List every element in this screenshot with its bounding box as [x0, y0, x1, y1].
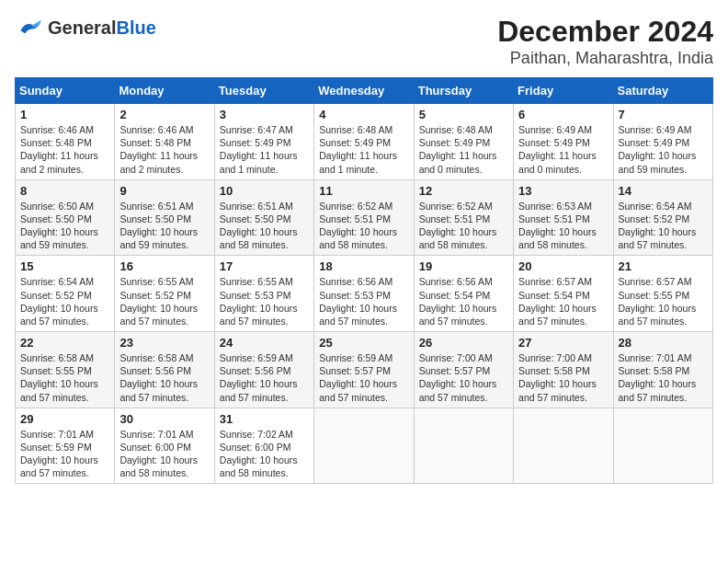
day-number: 17	[220, 259, 309, 273]
day-number: 30	[119, 412, 209, 426]
day-number: 9	[119, 184, 209, 198]
day-number: 14	[619, 184, 708, 198]
calendar-cell: 28Sunrise: 7:01 AMSunset: 5:58 PMDayligh…	[613, 332, 712, 408]
calendar-cell: 23Sunrise: 6:58 AMSunset: 5:56 PMDayligh…	[115, 332, 214, 408]
calendar-week-row: 1Sunrise: 6:46 AMSunset: 5:48 PMDaylight…	[16, 104, 713, 180]
day-detail: Sunrise: 7:01 AMSunset: 5:58 PMDaylight:…	[619, 351, 708, 404]
day-detail: Sunrise: 6:59 AMSunset: 5:57 PMDaylight:…	[319, 351, 408, 404]
col-saturday: Saturday	[613, 78, 712, 104]
calendar-header-row: Sunday Monday Tuesday Wednesday Thursday…	[16, 78, 713, 104]
calendar-cell: 20Sunrise: 6:57 AMSunset: 5:54 PMDayligh…	[514, 256, 613, 332]
day-detail: Sunrise: 7:01 AMSunset: 5:59 PMDaylight:…	[20, 428, 109, 480]
calendar-cell: 17Sunrise: 6:55 AMSunset: 5:53 PMDayligh…	[214, 256, 313, 332]
day-number: 12	[419, 184, 508, 198]
day-number: 19	[419, 259, 508, 273]
day-number: 15	[20, 259, 109, 273]
day-number: 3	[220, 108, 309, 121]
day-detail: Sunrise: 6:52 AMSunset: 5:51 PMDaylight:…	[419, 200, 508, 252]
day-number: 2	[119, 108, 209, 121]
calendar-cell: 18Sunrise: 6:56 AMSunset: 5:53 PMDayligh…	[314, 256, 414, 332]
col-friday: Friday	[514, 78, 613, 104]
calendar-cell: 6Sunrise: 6:49 AMSunset: 5:49 PMDaylight…	[514, 104, 613, 180]
col-wednesday: Wednesday	[314, 78, 414, 104]
day-detail: Sunrise: 6:46 AMSunset: 5:48 PMDaylight:…	[119, 123, 209, 176]
calendar-cell	[314, 408, 414, 484]
day-number: 5	[419, 108, 508, 121]
calendar-cell: 22Sunrise: 6:58 AMSunset: 5:55 PMDayligh…	[16, 332, 115, 408]
calendar-week-row: 8Sunrise: 6:50 AMSunset: 5:50 PMDaylight…	[16, 179, 713, 256]
day-detail: Sunrise: 6:58 AMSunset: 5:56 PMDaylight:…	[119, 351, 209, 404]
page-header: GeneralBlue December 2024 Paithan, Mahar…	[15, 15, 713, 68]
day-detail: Sunrise: 6:48 AMSunset: 5:49 PMDaylight:…	[319, 123, 408, 176]
day-number: 31	[220, 412, 309, 426]
day-detail: Sunrise: 7:02 AMSunset: 6:00 PMDaylight:…	[220, 428, 309, 480]
day-detail: Sunrise: 6:52 AMSunset: 5:51 PMDaylight:…	[319, 200, 408, 252]
day-detail: Sunrise: 6:57 AMSunset: 5:55 PMDaylight:…	[619, 275, 708, 327]
day-number: 7	[619, 108, 708, 121]
day-number: 21	[619, 259, 708, 273]
day-detail: Sunrise: 6:54 AMSunset: 5:52 PMDaylight:…	[20, 275, 109, 327]
calendar-cell: 21Sunrise: 6:57 AMSunset: 5:55 PMDayligh…	[613, 256, 712, 332]
day-number: 23	[119, 336, 209, 350]
day-detail: Sunrise: 7:00 AMSunset: 5:57 PMDaylight:…	[419, 351, 508, 404]
calendar-cell: 12Sunrise: 6:52 AMSunset: 5:51 PMDayligh…	[414, 179, 513, 256]
title-area: December 2024 Paithan, Maharashtra, Indi…	[497, 15, 713, 68]
day-number: 22	[20, 336, 109, 350]
day-detail: Sunrise: 7:00 AMSunset: 5:58 PMDaylight:…	[518, 351, 608, 404]
day-detail: Sunrise: 6:55 AMSunset: 5:52 PMDaylight:…	[119, 275, 209, 327]
calendar-cell: 4Sunrise: 6:48 AMSunset: 5:49 PMDaylight…	[314, 104, 414, 180]
logo-general: General	[48, 17, 116, 38]
day-number: 10	[220, 184, 309, 198]
day-number: 24	[220, 336, 309, 350]
day-detail: Sunrise: 6:49 AMSunset: 5:49 PMDaylight:…	[518, 123, 608, 176]
col-thursday: Thursday	[414, 78, 513, 104]
day-number: 6	[518, 108, 608, 121]
col-tuesday: Tuesday	[214, 78, 313, 104]
calendar-cell: 10Sunrise: 6:51 AMSunset: 5:50 PMDayligh…	[214, 179, 313, 256]
calendar-week-row: 15Sunrise: 6:54 AMSunset: 5:52 PMDayligh…	[16, 256, 713, 332]
calendar-week-row: 29Sunrise: 7:01 AMSunset: 5:59 PMDayligh…	[16, 408, 713, 484]
day-detail: Sunrise: 6:47 AMSunset: 5:49 PMDaylight:…	[220, 123, 309, 176]
calendar-cell	[514, 408, 613, 484]
page-title: December 2024	[497, 15, 713, 49]
day-number: 20	[518, 259, 608, 273]
calendar-cell: 16Sunrise: 6:55 AMSunset: 5:52 PMDayligh…	[115, 256, 214, 332]
calendar-cell: 5Sunrise: 6:48 AMSunset: 5:49 PMDaylight…	[414, 104, 513, 180]
day-number: 4	[319, 108, 408, 121]
day-number: 27	[518, 336, 608, 350]
day-number: 26	[419, 336, 508, 350]
day-detail: Sunrise: 6:51 AMSunset: 5:50 PMDaylight:…	[220, 200, 309, 252]
calendar-cell: 7Sunrise: 6:49 AMSunset: 5:49 PMDaylight…	[613, 104, 712, 180]
day-detail: Sunrise: 6:50 AMSunset: 5:50 PMDaylight:…	[20, 200, 109, 252]
day-detail: Sunrise: 6:59 AMSunset: 5:56 PMDaylight:…	[220, 351, 309, 404]
day-detail: Sunrise: 6:54 AMSunset: 5:52 PMDaylight:…	[619, 200, 708, 252]
day-detail: Sunrise: 6:58 AMSunset: 5:55 PMDaylight:…	[20, 351, 109, 404]
calendar-cell: 27Sunrise: 7:00 AMSunset: 5:58 PMDayligh…	[514, 332, 613, 408]
calendar-cell: 9Sunrise: 6:51 AMSunset: 5:50 PMDaylight…	[115, 179, 214, 256]
col-monday: Monday	[115, 78, 214, 104]
logo: GeneralBlue	[15, 15, 156, 40]
calendar-cell	[613, 408, 712, 484]
day-detail: Sunrise: 6:53 AMSunset: 5:51 PMDaylight:…	[518, 200, 608, 252]
calendar-cell: 26Sunrise: 7:00 AMSunset: 5:57 PMDayligh…	[414, 332, 513, 408]
day-detail: Sunrise: 6:56 AMSunset: 5:54 PMDaylight:…	[419, 275, 508, 327]
day-number: 28	[619, 336, 708, 350]
calendar-cell: 8Sunrise: 6:50 AMSunset: 5:50 PMDaylight…	[16, 179, 115, 256]
day-detail: Sunrise: 6:55 AMSunset: 5:53 PMDaylight:…	[220, 275, 309, 327]
calendar-cell: 24Sunrise: 6:59 AMSunset: 5:56 PMDayligh…	[214, 332, 313, 408]
day-detail: Sunrise: 6:46 AMSunset: 5:48 PMDaylight:…	[20, 123, 109, 176]
day-number: 13	[518, 184, 608, 198]
day-detail: Sunrise: 6:56 AMSunset: 5:53 PMDaylight:…	[319, 275, 408, 327]
day-detail: Sunrise: 6:48 AMSunset: 5:49 PMDaylight:…	[419, 123, 508, 176]
day-number: 18	[319, 259, 408, 273]
day-number: 11	[319, 184, 408, 198]
day-number: 29	[20, 412, 109, 426]
calendar-cell: 14Sunrise: 6:54 AMSunset: 5:52 PMDayligh…	[613, 179, 712, 256]
page-subtitle: Paithan, Maharashtra, India	[497, 49, 713, 68]
calendar-cell: 15Sunrise: 6:54 AMSunset: 5:52 PMDayligh…	[16, 256, 115, 332]
calendar-cell: 19Sunrise: 6:56 AMSunset: 5:54 PMDayligh…	[414, 256, 513, 332]
calendar-cell: 11Sunrise: 6:52 AMSunset: 5:51 PMDayligh…	[314, 179, 414, 256]
calendar-week-row: 22Sunrise: 6:58 AMSunset: 5:55 PMDayligh…	[16, 332, 713, 408]
calendar-cell: 13Sunrise: 6:53 AMSunset: 5:51 PMDayligh…	[514, 179, 613, 256]
day-number: 8	[20, 184, 109, 198]
